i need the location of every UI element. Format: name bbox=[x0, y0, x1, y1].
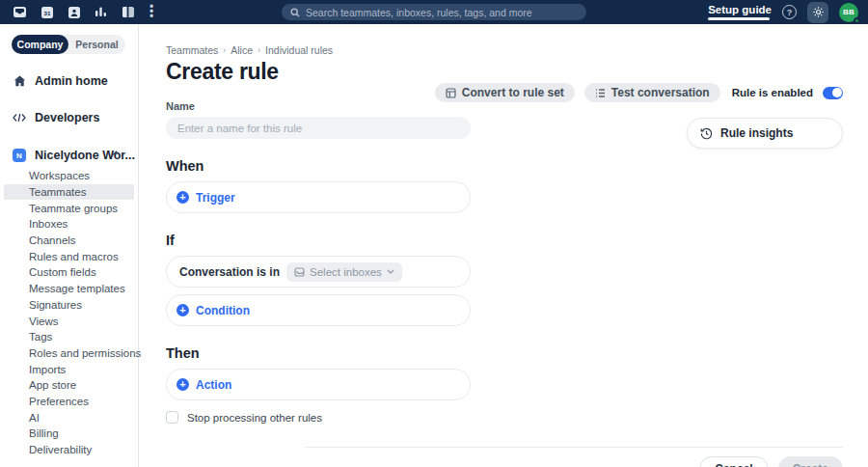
select-inboxes-label: Select inboxes bbox=[310, 266, 382, 278]
sidebar-item-app-store[interactable]: App store bbox=[0, 377, 138, 394]
svg-text:31: 31 bbox=[43, 9, 50, 15]
page-title: Create rule bbox=[166, 59, 868, 85]
sidebar-item-message-templates[interactable]: Message templates bbox=[0, 281, 138, 297]
sidebar-item-label: Developers bbox=[35, 111, 99, 124]
avatar[interactable]: BB bbox=[839, 3, 858, 22]
main-content: Teammates › Alice › Individual rules Cre… bbox=[139, 24, 868, 467]
sidebar-item-teammates[interactable]: Teammates bbox=[4, 184, 134, 201]
test-conversation-icon bbox=[595, 88, 606, 98]
search-input[interactable]: Search teammates, inboxes, rules, tags, … bbox=[282, 4, 586, 20]
avatar-initials: BB bbox=[843, 8, 854, 16]
convert-to-rule-set-label: Convert to rule set bbox=[462, 86, 564, 99]
sidebar-item-signatures[interactable]: Signatures bbox=[0, 297, 138, 314]
select-inboxes-dropdown[interactable]: Select inboxes bbox=[286, 262, 402, 282]
section-if-heading: If bbox=[166, 233, 868, 248]
knowledge-icon[interactable] bbox=[121, 5, 135, 19]
breadcrumb-alice[interactable]: Alice bbox=[231, 44, 253, 56]
sidebar-item-imports[interactable]: Imports bbox=[0, 361, 138, 377]
rule-insights-label: Rule insights bbox=[720, 126, 793, 140]
setup-guide-label: Setup guide bbox=[708, 4, 772, 15]
plus-icon: + bbox=[176, 304, 189, 316]
contacts-icon[interactable] bbox=[67, 5, 81, 19]
code-icon bbox=[13, 113, 26, 123]
more-kebab-icon[interactable]: ••• bbox=[148, 5, 155, 19]
rule-insights-panel[interactable]: Rule insights bbox=[687, 118, 843, 149]
inbox-small-icon bbox=[294, 267, 305, 277]
stop-processing-label: Stop processing other rules bbox=[187, 412, 322, 424]
scope-toggle: Company Personal bbox=[12, 35, 125, 54]
calendar-icon[interactable]: 31 bbox=[40, 5, 54, 19]
toggle-company[interactable]: Company bbox=[12, 35, 68, 54]
sidebar-item-admin-home[interactable]: Admin home bbox=[0, 74, 138, 88]
sidebar-item-developers[interactable]: Developers bbox=[0, 111, 138, 124]
test-conversation-label: Test conversation bbox=[611, 86, 710, 99]
section-then-heading: Then bbox=[166, 345, 868, 361]
sidebar-item-deliverability[interactable]: Deliverability bbox=[0, 442, 138, 458]
test-conversation-button[interactable]: Test conversation bbox=[584, 83, 720, 102]
footer-divider bbox=[305, 447, 843, 448]
breadcrumb-separator: › bbox=[258, 45, 260, 55]
sidebar-item-workspaces[interactable]: Workspaces bbox=[0, 168, 138, 184]
analytics-icon[interactable] bbox=[94, 5, 108, 19]
rule-set-icon bbox=[446, 88, 456, 98]
sidebar-item-custom-fields[interactable]: Custom fields bbox=[0, 264, 138, 281]
inbox-icon[interactable] bbox=[13, 5, 27, 19]
setup-progress-bar bbox=[708, 17, 770, 20]
header-actions: Convert to rule set Test conversation Ru… bbox=[435, 83, 843, 102]
stop-processing-row: Stop processing other rules bbox=[166, 411, 868, 424]
convert-to-rule-set-button[interactable]: Convert to rule set bbox=[435, 83, 575, 102]
breadcrumb-individual-rules[interactable]: Individual rules bbox=[265, 44, 333, 56]
app-window: 31 ••• Search teammates, inboxes, rules,… bbox=[0, 0, 868, 467]
settings-gear-icon[interactable] bbox=[807, 2, 828, 23]
sidebar-item-rules-and-macros[interactable]: Rules and macros bbox=[0, 248, 138, 264]
sidebar-item-inboxes[interactable]: Inboxes bbox=[0, 216, 138, 233]
sidebar-item-channels[interactable]: Channels bbox=[0, 233, 138, 249]
add-action-label: Action bbox=[196, 378, 231, 392]
conversation-is-in-label: Conversation is in bbox=[179, 265, 280, 279]
sidebar-item-ai[interactable]: AI bbox=[0, 409, 138, 426]
sidebar-item-label: Admin home bbox=[35, 74, 108, 88]
add-action-card[interactable]: + Action bbox=[166, 369, 471, 400]
add-trigger-card[interactable]: + Trigger bbox=[166, 181, 471, 213]
workspace-badge-icon: N bbox=[13, 149, 26, 162]
sidebar-item-teammate-groups[interactable]: Teammate groups bbox=[0, 200, 138, 216]
sidebar-item-workspace[interactable]: N Nicelydone Wor... bbox=[0, 149, 138, 162]
sidebar-item-views[interactable]: Views bbox=[0, 313, 138, 329]
toggle-knob bbox=[832, 88, 842, 97]
top-bar: 31 ••• Search teammates, inboxes, rules,… bbox=[0, 0, 868, 24]
history-icon bbox=[700, 127, 713, 140]
plus-icon: + bbox=[176, 378, 189, 391]
create-button[interactable]: Create bbox=[778, 456, 843, 467]
chevron-down-icon bbox=[387, 269, 394, 274]
help-icon[interactable]: ? bbox=[782, 5, 797, 19]
breadcrumb-separator: › bbox=[223, 45, 226, 55]
sidebar-item-preferences[interactable]: Preferences bbox=[0, 394, 138, 410]
sidebar-item-billing[interactable]: Billing bbox=[0, 426, 138, 442]
top-nav-icons: 31 ••• bbox=[0, 5, 155, 19]
rule-name-input[interactable] bbox=[166, 117, 471, 139]
add-trigger-label: Trigger bbox=[196, 191, 235, 205]
add-condition-label: Condition bbox=[196, 304, 250, 317]
search-icon bbox=[290, 8, 300, 17]
rule-enabled-toggle[interactable] bbox=[823, 87, 843, 99]
section-when-heading: When bbox=[166, 158, 868, 174]
stop-processing-checkbox[interactable] bbox=[166, 411, 178, 424]
home-icon bbox=[13, 75, 26, 87]
settings-sidebar: Company Personal Admin home Developers N… bbox=[0, 24, 139, 467]
sidebar-item-roles-and-permissions[interactable]: Roles and permissions bbox=[0, 345, 138, 362]
online-status-dot bbox=[854, 17, 860, 24]
cancel-button[interactable]: Cancel bbox=[699, 456, 768, 467]
toggle-personal[interactable]: Personal bbox=[68, 35, 125, 54]
breadcrumb-teammates[interactable]: Teammates bbox=[166, 44, 218, 56]
footer-buttons: Cancel Create bbox=[699, 456, 843, 467]
rule-enabled-label: Rule is enabled bbox=[732, 87, 813, 98]
setup-guide-button[interactable]: Setup guide bbox=[708, 4, 772, 20]
plus-icon: + bbox=[176, 191, 189, 204]
workspace-settings-list: Workspaces Teammates Teammate groups Inb… bbox=[0, 168, 138, 457]
top-bar-right: Setup guide ? BB bbox=[708, 0, 858, 24]
add-condition-card[interactable]: + Condition bbox=[166, 294, 471, 326]
sidebar-item-tags[interactable]: Tags bbox=[0, 329, 138, 345]
search-placeholder: Search teammates, inboxes, rules, tags, … bbox=[306, 7, 532, 18]
chevron-up-icon[interactable] bbox=[112, 151, 121, 156]
condition-inbox-card: Conversation is in Select inboxes bbox=[166, 256, 471, 288]
